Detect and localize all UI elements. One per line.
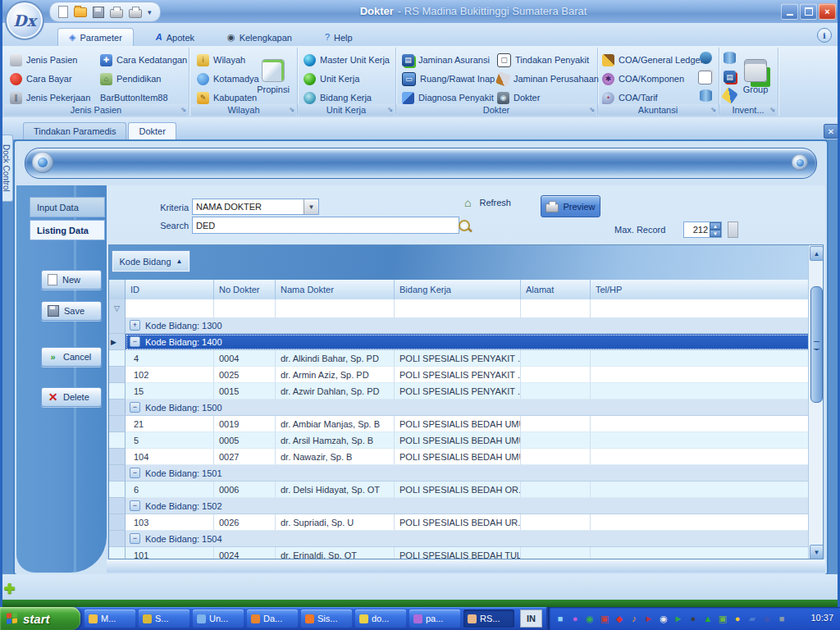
cylinder-icon[interactable] <box>700 89 712 102</box>
max-record-spinner[interactable]: 212 ▲▼ <box>683 221 722 238</box>
cell-alamat[interactable] <box>521 482 591 498</box>
ribbon-item-barbuttonitem88[interactable]: BarButtonItem88 <box>100 90 168 105</box>
ribbon-item-jenis-pasien[interactable]: Jenis Pasien <box>10 52 77 67</box>
cell-alamat[interactable] <box>521 367 591 383</box>
ribbon-item-cara-kedatangan[interactable]: ✚ Cara Kedatangan <box>100 52 187 67</box>
ribbon-item-coa-general-ledger[interactable]: COA/General Ledger <box>602 52 703 67</box>
table-row[interactable]: 1010024dr. Erinaldi, Sp. OTPOLI SPESIALI… <box>109 547 823 559</box>
filter-funnel-icon[interactable]: ▽ <box>114 305 120 313</box>
table-row[interactable]: 60006dr. Delsi Hidayat, Sp. OTPOLI SPESI… <box>109 482 823 498</box>
tray-card-icon[interactable]: ▣ <box>717 614 728 623</box>
cell-nama-dokter[interactable]: dr. Delsi Hidayat, Sp. OT <box>276 482 395 498</box>
minimize-button[interactable] <box>781 3 798 20</box>
dialog-launcher-icon[interactable]: ⇘ <box>710 105 716 115</box>
sidebar-tab-input-data[interactable]: Input Data <box>30 197 105 217</box>
save-button[interactable]: Save <box>41 301 102 321</box>
ribbon-item-coa-tarif[interactable]: • COA/Tarif <box>602 90 658 105</box>
table-row[interactable]: 1020025dr. Armin Aziz, Sp. PDPOLI SPESIA… <box>109 367 823 383</box>
group-by-kode-bidang[interactable]: Kode Bidang ▲ <box>112 251 189 272</box>
spin-up-icon[interactable]: ▲ <box>710 222 721 230</box>
cell-tel-hp[interactable] <box>591 482 823 498</box>
taskbar-button[interactable]: pa... <box>409 609 460 628</box>
copy-documents-icon[interactable] <box>698 71 712 84</box>
cell-alamat[interactable] <box>521 449 591 465</box>
cell-alamat[interactable] <box>521 432 591 449</box>
ribbon-item-jaminan-perusahaan[interactable]: Jaminan Perusahaan <box>497 71 599 86</box>
cell-id[interactable]: 104 <box>126 449 214 465</box>
column-header-bidang-kerja[interactable]: Bidang Kerja <box>395 280 521 299</box>
search-input[interactable] <box>192 217 459 234</box>
cell-tel-hp[interactable] <box>591 383 823 399</box>
dialog-launcher-icon[interactable]: ⇘ <box>589 105 595 115</box>
kriteria-dropdown[interactable]: NAMA DOKTER ▼ <box>192 199 319 215</box>
dialog-launcher-icon[interactable]: ⇘ <box>289 105 294 115</box>
filter-cell[interactable] <box>214 299 276 317</box>
cancel-button[interactable]: » Cancel <box>41 347 102 367</box>
collapse-icon[interactable]: − <box>130 500 140 511</box>
collapse-icon[interactable]: − <box>130 336 140 347</box>
ribbon-item-pendidikan[interactable]: ⌂ Pendidikan <box>100 71 161 86</box>
collapse-icon[interactable]: − <box>130 402 140 413</box>
group-row[interactable]: −Kode Bidang: 1502 <box>109 498 823 514</box>
cell-no-dokter[interactable]: 0027 <box>214 449 276 465</box>
ribbon-item-tindakan-penyakit[interactable]: ▢ Tindakan Penyakit <box>497 52 589 67</box>
toolbar-options-chevron-icon[interactable]: ▾ <box>148 8 152 16</box>
tray-pen-icon[interactable]: ► <box>643 614 655 623</box>
tray-graphics-icon[interactable]: ▲ <box>702 614 714 623</box>
column-header-nama-dokter[interactable]: Nama Dokter <box>276 280 395 299</box>
ribbon-item-bidang-kerja[interactable]: Bidang Kerja <box>304 90 372 105</box>
cell-id[interactable]: 4 <box>126 350 214 367</box>
spinner-side-button[interactable] <box>728 221 738 238</box>
tray-device-icon[interactable]: ■ <box>555 614 566 623</box>
cell-nama-dokter[interactable]: dr. Armin Aziz, Sp. PD <box>276 367 395 383</box>
cell-bidang-kerja[interactable]: POLI SPESIALIS BEDAH UR... <box>395 514 521 531</box>
print-preview-icon[interactable] <box>129 9 142 18</box>
cell-bidang-kerja[interactable]: POLI SPESIALIS BEDAH TUL... <box>395 547 521 559</box>
ribbon-item-wilayah[interactable]: i Wilayah <box>197 52 245 67</box>
cell-nama-dokter[interactable]: dr. Azwir Dahlan, Sp. PD <box>276 383 395 399</box>
dialog-launcher-icon[interactable]: ⇘ <box>769 105 775 115</box>
taskbar-button[interactable]: Un... <box>193 609 244 628</box>
cell-bidang-kerja[interactable]: POLI SPESIALIS BEDAH UMUM <box>395 432 521 449</box>
filter-cell[interactable] <box>276 299 395 317</box>
taskbar-button[interactable]: do... <box>355 609 406 628</box>
chevron-down-icon[interactable]: ▼ <box>304 199 318 214</box>
cell-id[interactable]: 102 <box>126 367 214 383</box>
cell-tel-hp[interactable] <box>591 449 823 465</box>
ribbon-item-kotamadya[interactable]: Kotamadya <box>197 71 259 86</box>
group-row[interactable]: −Kode Bidang: 1504 <box>109 531 823 547</box>
tray-media-icon[interactable]: ◉ <box>658 614 669 623</box>
cell-tel-hp[interactable] <box>591 547 823 559</box>
cell-alamat[interactable] <box>521 514 591 531</box>
filter-cell[interactable] <box>395 299 521 317</box>
cell-bidang-kerja[interactable]: POLI SPESIALIS PENYAKIT ... <box>395 383 521 399</box>
group-row[interactable]: −Kode Bidang: 1501 <box>109 465 823 482</box>
ribbon-item-diagnosa-penyakit[interactable]: Diagnosa Penyakit <box>402 90 494 105</box>
column-header-alamat[interactable]: Alamat <box>521 280 591 299</box>
cell-no-dokter[interactable]: 0024 <box>214 547 276 559</box>
tab-apotek[interactable]: A Apotek <box>145 29 205 46</box>
tray-download-icon[interactable]: ◉ <box>584 614 596 623</box>
table-row[interactable]: 40004dr. Alkindi Bahar, Sp. PDPOLI SPESI… <box>109 350 823 367</box>
tray-antivirus-icon[interactable]: ◆ <box>761 614 773 623</box>
close-button[interactable]: × <box>819 3 836 20</box>
ribbon-item-jaminan-asuransi[interactable]: ▤ Jaminan Asuransi <box>402 52 490 67</box>
vertical-scrollbar[interactable]: ▲ ▼ <box>808 245 823 559</box>
taskbar-button[interactable]: S... <box>139 609 189 628</box>
taskbar-button[interactable]: RS... <box>463 609 514 628</box>
tray-player-icon[interactable]: ► <box>673 614 684 623</box>
scrollbar-thumb[interactable] <box>810 286 823 403</box>
save-icon[interactable] <box>93 7 104 18</box>
group-row[interactable]: −Kode Bidang: 1500 <box>109 399 823 416</box>
scroll-down-icon[interactable]: ▼ <box>810 545 824 559</box>
cell-id[interactable]: 21 <box>126 416 214 432</box>
cell-no-dokter[interactable]: 0004 <box>214 350 276 367</box>
info-icon[interactable]: i <box>817 28 832 43</box>
restore-button[interactable] <box>800 3 817 20</box>
tab-kelengkapan[interactable]: ◉ Kelengkapan <box>217 29 303 46</box>
tray-monitor-icon[interactable]: ■ <box>776 614 788 623</box>
cell-no-dokter[interactable]: 0015 <box>214 383 276 399</box>
dialog-launcher-icon[interactable]: ⇘ <box>387 105 393 115</box>
delete-button[interactable]: ✕ Delete <box>41 387 102 407</box>
ribbon-item-dokter[interactable]: ◉ Dokter <box>497 90 540 105</box>
